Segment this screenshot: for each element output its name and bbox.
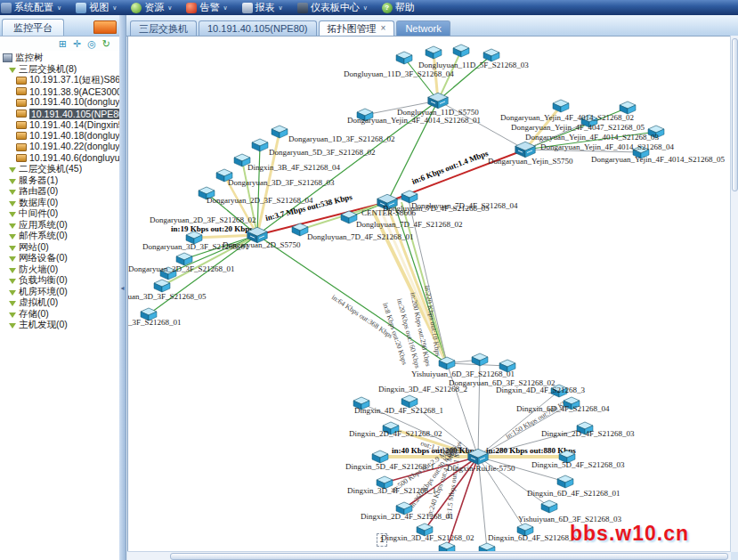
- tree-item-label: 应用系统(0): [19, 220, 68, 231]
- vertical-scrollbar-thumb[interactable]: [732, 38, 738, 191]
- menu-item-alarm[interactable]: 告警∨: [186, 1, 227, 14]
- view-icon: [76, 3, 86, 13]
- tree-category-item[interactable]: 中间件(0): [3, 208, 119, 220]
- switch-node[interactable]: [426, 46, 442, 59]
- sidebar-splitter[interactable]: ◂: [119, 15, 126, 560]
- tree-device-item[interactable]: 10.191.37.1(短租)S8606: [3, 75, 119, 86]
- expand-tree-icon[interactable]: ⊞: [59, 39, 67, 49]
- switch-node[interactable]: [396, 52, 412, 64]
- tree-category-item[interactable]: 存储(0): [3, 309, 119, 321]
- tab--[interactable]: 拓扑图管理×: [319, 20, 395, 36]
- switch-node[interactable]: [557, 475, 573, 488]
- tree-device-item[interactable]: 10.191.38.9(ACE3000): [3, 86, 119, 98]
- switch-node[interactable]: [252, 139, 268, 151]
- tree-category-item[interactable]: 路由器(0): [3, 186, 119, 198]
- switch-node[interactable]: [553, 100, 569, 112]
- tree-item-label: 主机发现(0): [19, 320, 68, 331]
- hub-switch-node[interactable]: [515, 142, 536, 158]
- tab--[interactable]: 三层交换机: [130, 20, 197, 36]
- switch-node-label: Dingxin_5D_4F_S21268_1: [345, 462, 434, 471]
- category-arrow-icon: [9, 167, 16, 173]
- switch-device-icon: [16, 99, 27, 107]
- page-indicator: 1: [377, 533, 387, 547]
- menu-item-config[interactable]: 系统配置∨: [1, 1, 61, 14]
- category-arrow-icon: [9, 323, 16, 329]
- tree-device-item[interactable]: 10.191.40.6(dongluyuan_2D_汇聚): [3, 153, 119, 165]
- menu-item-label: 视图: [89, 1, 109, 14]
- tree-item-label: 路由器(0): [19, 186, 58, 198]
- switch-node[interactable]: [453, 45, 469, 57]
- tree-category-item[interactable]: 数据库(0): [3, 198, 119, 209]
- topology-canvas[interactable]: in:3.7 Mbps out:538 Kbpsin:6 Kbps out:1.…: [127, 36, 731, 552]
- search-icon[interactable]: ◎: [87, 39, 96, 49]
- report-icon: [242, 3, 253, 13]
- tree-device-item[interactable]: 10.191.40.22(dongluyuan_7D_汇聚: [3, 142, 119, 153]
- tree-item-label: 10.191.40.105(NPE80): [29, 109, 119, 119]
- tree-root[interactable]: 监控树: [3, 53, 119, 64]
- category-arrow-icon: [9, 279, 16, 284]
- tree-item-label: 网络设备(0): [19, 253, 68, 264]
- tree-category-item[interactable]: 网站(0): [3, 242, 119, 254]
- horizontal-scrollbar-thumb[interactable]: [170, 553, 728, 560]
- category-arrow-icon: [9, 312, 16, 318]
- category-arrow-icon: [9, 179, 16, 184]
- tree-category-item[interactable]: 负载均衡(0): [3, 275, 119, 287]
- sidebar-tab-orange-stub[interactable]: [93, 20, 117, 34]
- menu-item-view[interactable]: 视图∨: [76, 1, 117, 14]
- switch-node-label: Dingxin_3B_4F_S21268_04: [247, 163, 341, 172]
- switch-node-label: Dingxin_4D_4F_S21268_1: [354, 406, 443, 415]
- menu-item-resource[interactable]: 资源∨: [131, 1, 172, 14]
- vertical-scrollbar[interactable]: [730, 36, 738, 552]
- tree-category-item[interactable]: 机房环境(0): [3, 287, 119, 298]
- tree-category-item[interactable]: 防火墙(0): [3, 264, 119, 276]
- tab-network[interactable]: Network: [396, 20, 450, 36]
- horizontal-scrollbar[interactable]: [127, 551, 731, 560]
- tree-category-item[interactable]: 虚拟机(0): [3, 297, 119, 309]
- tree-item-label: 10.191.40.6(dongluyuan_2D_汇聚): [29, 153, 119, 165]
- switch-node-label: Dingxin_6D_4F_S21268_04: [516, 404, 610, 413]
- switch-node-label: Dongaryuan_3D_3F_S21268_01: [142, 242, 249, 251]
- close-icon[interactable]: ×: [381, 24, 386, 33]
- device-tree: 监控树三层交换机(8)10.191.37.1(短租)S860610.191.38…: [0, 51, 119, 331]
- switch-node[interactable]: [620, 101, 636, 114]
- tree-category-item[interactable]: 服务器(1): [3, 175, 119, 187]
- tree-item-label: 数据库(0): [19, 198, 58, 209]
- sidebar-tab-monitor-platform[interactable]: 监控平台: [2, 19, 64, 36]
- dashboard-icon: [297, 3, 308, 13]
- tree-device-item[interactable]: 10.191.40.18(dongluyuan_11D_汇聚: [3, 131, 119, 142]
- chevron-down-icon: ∨: [112, 4, 117, 12]
- switch-node[interactable]: [154, 280, 170, 292]
- tab-10-191-40-105-npe80-[interactable]: 10.191.40.105(NPE80): [199, 20, 317, 36]
- menu-item-label: 系统配置: [14, 1, 53, 14]
- menu-item-help[interactable]: ?帮助: [382, 1, 415, 14]
- tree-item-label: 10.191.40.18(dongluyuan_11D_汇聚: [29, 131, 119, 142]
- tree-device-item[interactable]: 10.191.40.10(dongluyuanyejin_汇聚: [3, 97, 119, 109]
- tree-category-item[interactable]: 主机发现(0): [3, 320, 119, 331]
- tree-category-item[interactable]: 邮件系统(0): [3, 231, 119, 242]
- tree-device-item[interactable]: 10.191.40.105(NPE80): [3, 109, 119, 120]
- menu-item-dashboard[interactable]: 仪表板中心∨: [297, 1, 368, 14]
- tree-category-item[interactable]: 二层交换机(45): [3, 164, 119, 175]
- menu-item-label: 仪表板中心: [311, 1, 360, 14]
- tree-category-item[interactable]: 应用系统(0): [3, 220, 119, 231]
- resource-icon: [131, 3, 142, 13]
- tree-root-icon: [3, 53, 12, 62]
- tree-item-label: 虚拟机(0): [19, 297, 58, 309]
- switch-node[interactable]: [272, 126, 288, 138]
- tree-device-item[interactable]: 10.191.40.14(Dingxin5750): [3, 119, 119, 131]
- switch-node[interactable]: [372, 450, 388, 463]
- switch-node-label: Dingxin_6D_4F_S21268_01: [488, 533, 581, 542]
- switch-node-label: Dingxin_3D_4F_S21268_02: [381, 533, 474, 542]
- category-arrow-icon: [9, 256, 16, 262]
- switch-device-icon: [16, 132, 27, 140]
- top-menubar: 系统配置∨视图∨资源∨告警∨报表∨仪表板中心∨?帮助: [0, 0, 738, 15]
- locate-icon[interactable]: ✛: [73, 39, 81, 49]
- refresh-icon[interactable]: ↻: [102, 39, 110, 49]
- category-arrow-icon: [9, 246, 16, 251]
- menu-item-report[interactable]: 报表∨: [242, 1, 283, 14]
- category-arrow-icon: [9, 68, 16, 73]
- topology-svg[interactable]: in:3.7 Mbps out:538 Kbpsin:6 Kbps out:1.…: [128, 37, 731, 552]
- tree-category-item[interactable]: 三层交换机(8): [3, 64, 119, 76]
- category-arrow-icon: [9, 234, 16, 239]
- tree-category-item[interactable]: 网络设备(0): [3, 253, 119, 264]
